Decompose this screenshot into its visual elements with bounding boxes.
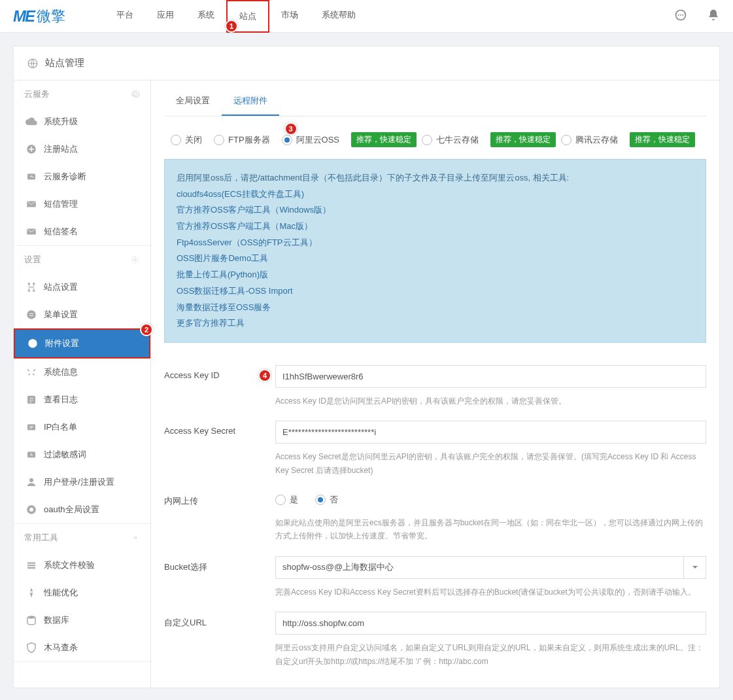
message-icon[interactable] [674,9,687,24]
radio-internal-yes[interactable]: 是 [275,494,298,506]
topnav-site[interactable]: 站点 1 [226,0,269,33]
input-access-key-secret[interactable] [275,421,706,444]
bell-icon[interactable] [707,9,720,24]
sidebar-item-db[interactable]: 数据库 [14,606,150,634]
logo-text: 微擎 [37,7,65,26]
tab-global[interactable]: 全局设置 [164,87,222,116]
svg-text:IP: IP [29,425,33,429]
sidebar-group-cloud: 云服务 [14,80,150,108]
info-link[interactable]: 官方推荐OSS客户端工具（Windows版） [177,202,694,219]
help-bucket: 完善Access Key ID和Access Key Secret资料后可以选择… [275,586,706,599]
label-custom-url: 自定义URL [164,612,275,668]
svg-rect-14 [27,396,35,404]
globe-icon [27,58,39,69]
bucket-dropdown-button[interactable] [684,556,706,579]
gear-icon[interactable] [131,90,140,99]
info-link[interactable]: 更多官方推荐工具 [177,315,694,332]
sidebar-item-trojan[interactable]: 木马查杀 [14,634,150,661]
sidebar-item-oauth[interactable]: oauth全局设置 [14,496,150,523]
svg-point-7 [134,258,137,261]
help-access-key-id: Access Key ID是您访问阿里云API的密钥，具有该账户完全的权限，请您… [275,394,706,408]
label-internal: 内网上传 [164,490,275,543]
sidebar-item-perf[interactable]: 性能优化 [14,579,150,606]
sidebar-group-settings: 设置 [14,246,150,273]
input-access-key-id[interactable] [275,365,706,388]
info-box: 启用阿里oss后，请把/attachment目录（不包括此目录）下的子文件及子目… [164,159,706,343]
callout-1: 1 [225,20,238,33]
svg-point-12 [27,310,36,319]
help-internal: 如果此站点使用的是阿里云ecs服务器，并且服务器与bucket在同一地区（如：同… [275,516,706,543]
help-custom-url: 阿里云oss支持用户自定义访问域名，如果自定义了URL则用自定义的URL，如果未… [275,641,706,668]
chevron-down-icon [692,564,698,570]
input-bucket[interactable] [275,556,684,579]
label-access-key-id: Access Key ID [164,365,275,408]
logo-mark: ME [13,7,34,26]
radio-off[interactable]: 关闭 [171,134,202,146]
tab-remote[interactable]: 远程附件 [222,87,279,116]
radio-qiniu[interactable]: 七牛云存储 [422,134,479,146]
topnav-platform[interactable]: 平台 [105,0,145,33]
tabs: 全局设置 远程附件 [164,80,706,116]
info-link[interactable]: 官方推荐OSS客户端工具（Mac版） [177,219,694,235]
badge-recommended: 推荐，快速稳定 [490,132,556,147]
sidebar-item-sms-sign[interactable]: 短信签名 [14,218,150,245]
input-custom-url[interactable] [275,612,706,635]
info-link[interactable]: 批量上传工具(Python)版 [177,267,694,283]
sidebar-item-site-settings[interactable]: 站点设置 [14,273,150,301]
sidebar-item-sensitive[interactable]: A过滤敏感词 [14,441,150,468]
svg-point-23 [27,616,35,619]
badge-recommended: 推荐，快速稳定 [630,132,695,147]
svg-rect-11 [33,290,35,292]
callout-4: 4 [258,369,271,382]
info-link[interactable]: 海量数据迁移至OSS服务 [177,300,694,316]
callout-3: 3 [284,122,298,135]
svg-point-3 [682,14,683,16]
svg-point-22 [134,536,137,539]
info-link[interactable]: OSS图片服务Demo工具 [177,251,694,267]
topnav-site-label: 站点 [239,11,256,21]
sidebar: 云服务 系统升级 注册站点 云服务诊断 短信管理 短信签名 设置 站点设置 菜单 [14,80,151,688]
svg-point-21 [29,508,33,512]
label-access-key-secret: Access Key Secret [164,421,275,477]
info-link[interactable]: OSS数据迁移工具-OSS Import [177,283,694,300]
remote-type-radios: 关闭 FTP服务器 阿里云OSS 3 推荐，快速稳定 七牛云存储 推荐，快速稳定… [164,116,706,159]
logo: ME 微擎 [13,7,65,26]
gear-icon[interactable] [131,255,140,264]
sidebar-item-user-login[interactable]: 用户登录/注册设置 [14,468,150,496]
topnav-system[interactable]: 系统 [186,0,226,33]
topnav-help[interactable]: 系统帮助 [310,0,367,33]
sidebar-item-attachment-settings[interactable]: 附件设置 2 [14,328,150,359]
sidebar-item-sms[interactable]: 短信管理 [14,190,150,218]
sidebar-item-menu-settings[interactable]: 菜单设置 [14,301,150,328]
label-bucket: Bucket选择 [164,556,275,599]
radio-ftp[interactable]: FTP服务器 [214,134,270,146]
top-nav: 平台 应用 系统 站点 1 市场 系统帮助 [105,0,367,33]
sidebar-item-register[interactable]: 注册站点 [14,135,150,163]
page-title-bar: 站点管理 [14,46,719,80]
info-link[interactable]: cloudfs4oss(ECS挂载文件盘工具) [177,186,694,203]
svg-rect-10 [28,290,30,292]
svg-point-1 [678,14,679,16]
radio-tencent[interactable]: 腾讯云存储 [561,134,618,146]
info-link[interactable]: Ftp4ossServer（OSS的FTP云工具） [177,235,694,251]
svg-rect-6 [27,174,35,180]
svg-point-2 [680,14,681,16]
callout-2: 2 [140,323,153,336]
badge-recommended: 推荐，快速稳定 [351,132,417,147]
topnav-market[interactable]: 市场 [269,0,310,33]
svg-rect-9 [33,283,35,285]
sidebar-group-tools: 常用工具 [14,524,150,551]
radio-internal-no[interactable]: 否 [315,494,338,506]
sidebar-item-upgrade[interactable]: 系统升级 [14,108,150,135]
help-access-key-secret: Access Key Secret是您访问阿里云API的密钥，具有该账户完全的权… [275,450,706,477]
sidebar-item-diagnose[interactable]: 云服务诊断 [14,163,150,190]
radio-aliyun-oss[interactable]: 阿里云OSS 3 [282,134,339,146]
svg-rect-8 [28,283,30,285]
sidebar-item-file-check[interactable]: 系统文件校验 [14,551,150,579]
sidebar-item-sysinfo[interactable]: 系统信息 [14,359,150,386]
svg-point-19 [29,478,33,482]
sidebar-item-ip-whitelist[interactable]: IPIP白名单 [14,413,150,441]
sidebar-item-logs[interactable]: 查看日志 [14,386,150,413]
topnav-app[interactable]: 应用 [145,0,186,33]
gear-icon[interactable] [131,533,140,542]
